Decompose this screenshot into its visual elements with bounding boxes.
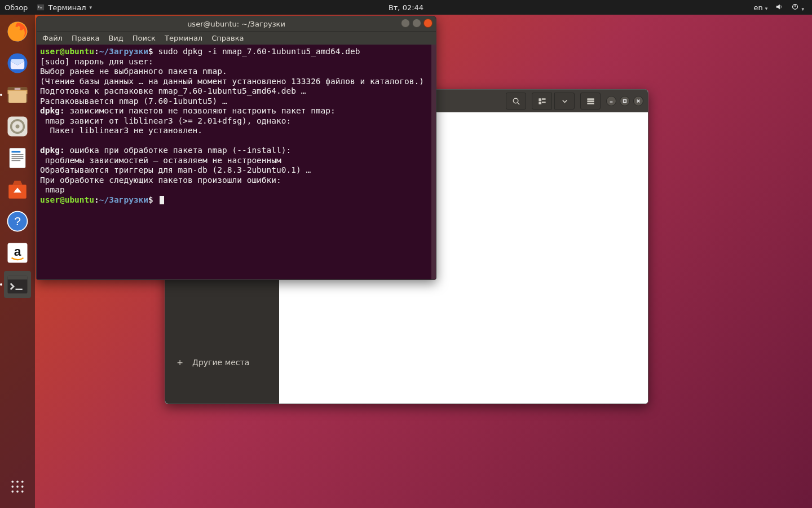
- terminal-scrollbar[interactable]: [431, 45, 436, 279]
- terminal-cursor: [160, 196, 164, 204]
- software-icon: [6, 178, 29, 202]
- files-maximize-button[interactable]: [620, 96, 630, 106]
- terminal-output-line: Распаковывается nmap (7.60-1ubuntu5) …: [40, 97, 227, 106]
- svg-point-28: [11, 485, 14, 488]
- maximize-icon: [623, 99, 627, 103]
- terminal-output-line: nmap: [40, 185, 65, 194]
- terminal-output-line: проблемы зависимостей — оставляем не нас…: [40, 156, 281, 165]
- files-icon: [6, 83, 29, 107]
- svg-rect-42: [624, 100, 626, 103]
- menu-help[interactable]: Справка: [211, 34, 244, 42]
- menu-view[interactable]: Вид: [108, 34, 123, 42]
- svg-point-30: [21, 485, 24, 488]
- terminal-output-line: При обработке следующих пакетов произошл…: [40, 176, 281, 185]
- terminal-icon: [6, 273, 29, 296]
- hamburger-icon: [586, 97, 595, 106]
- activities-button[interactable]: Обзор: [5, 3, 28, 12]
- top-app-name: Терминал: [48, 3, 86, 12]
- menu-terminal[interactable]: Терминал: [165, 34, 202, 42]
- svg-rect-13: [12, 154, 24, 155]
- svg-rect-36: [542, 98, 545, 99]
- help-icon: ?: [6, 209, 29, 233]
- writer-icon: [6, 146, 29, 170]
- terminal-titlebar[interactable]: user@ubuntu: ~/Загрузки: [37, 16, 436, 31]
- prompt-host: ubuntu: [65, 47, 94, 56]
- menu-file[interactable]: Файл: [42, 34, 63, 42]
- terminal-menubar: Файл Правка Вид Поиск Терминал Справка: [37, 31, 436, 45]
- svg-rect-35: [539, 98, 541, 100]
- sidebar-other-locations[interactable]: + Другие места: [165, 353, 279, 372]
- dock-thunderbird[interactable]: [4, 50, 31, 77]
- terminal-output-line: Обрабатываются триггеры для man-db (2.8.…: [40, 165, 311, 174]
- svg-rect-6: [8, 91, 27, 103]
- terminal-command-1: sudo dpkg -i nmap_7.60-1ubuntu5_amd64.de…: [158, 47, 360, 56]
- files-view-list-button[interactable]: [532, 93, 552, 110]
- terminal-title: user@ubuntu: ~/Загрузки: [187, 20, 285, 28]
- svg-point-10: [16, 125, 20, 129]
- amazon-icon: a: [6, 241, 29, 265]
- files-minimize-button[interactable]: [606, 96, 616, 106]
- terminal-body[interactable]: user@ubuntu:~/Загрузки$ sudo dpkg -i nma…: [37, 45, 436, 279]
- prompt-path: ~/Загрузки: [99, 47, 148, 56]
- terminal-output-line: nmap зависит от liblinear3 (>= 2.01+dfsg…: [40, 116, 291, 125]
- svg-rect-16: [12, 160, 21, 161]
- volume-icon[interactable]: [775, 3, 783, 12]
- show-applications-button[interactable]: [4, 473, 31, 500]
- search-icon: [512, 97, 520, 106]
- terminal-output-line: Выбор ранее не выбранного пакета nmap.: [40, 67, 227, 76]
- files-close-button[interactable]: [633, 96, 643, 106]
- svg-rect-14: [12, 156, 24, 157]
- terminal-output-line: [sudo] пароль для user:: [40, 57, 153, 66]
- svg-text:?: ?: [14, 214, 21, 227]
- chevron-down-icon: ▾: [90, 5, 92, 10]
- terminal-close-button[interactable]: [423, 19, 433, 28]
- plus-icon: +: [175, 358, 184, 367]
- svg-rect-12: [12, 151, 21, 153]
- keyboard-layout-indicator[interactable]: en ▾: [753, 3, 767, 12]
- dock-files[interactable]: [4, 81, 31, 108]
- sidebar-other-locations-label: Другие места: [192, 358, 249, 367]
- view-list-icon: [538, 97, 546, 106]
- terminal-icon: [37, 3, 45, 11]
- terminal-output-line: ошибка при обработке пакета nmap (--inst…: [65, 146, 292, 155]
- files-hamburger-button[interactable]: [580, 93, 601, 110]
- dock-software[interactable]: [4, 176, 31, 203]
- terminal-output-dpkg: dpkg:: [40, 106, 65, 115]
- prompt-host: ubuntu: [65, 195, 94, 204]
- svg-point-27: [21, 480, 24, 483]
- thunderbird-icon: [6, 51, 29, 75]
- menu-edit[interactable]: Правка: [72, 34, 99, 42]
- firefox-icon: [6, 20, 29, 43]
- svg-point-26: [16, 480, 19, 483]
- power-icon[interactable]: ▾: [791, 3, 804, 12]
- dock-firefox[interactable]: [4, 18, 31, 45]
- chevron-down-icon: [561, 97, 569, 106]
- svg-rect-15: [12, 158, 24, 159]
- terminal-window[interactable]: user@ubuntu: ~/Загрузки Файл Правка Вид …: [36, 16, 436, 280]
- svg-rect-38: [542, 102, 545, 102]
- minimize-icon: [609, 99, 614, 103]
- terminal-maximize-button[interactable]: [412, 19, 421, 28]
- dock-amazon[interactable]: a: [4, 239, 31, 266]
- top-app-menu[interactable]: Терминал ▾: [31, 3, 92, 12]
- files-view-dropdown-button[interactable]: [554, 93, 575, 110]
- dock-terminal[interactable]: [4, 271, 31, 298]
- svg-rect-39: [587, 98, 593, 99]
- dock-help[interactable]: ?: [4, 208, 31, 235]
- rhythmbox-icon: [6, 115, 29, 138]
- close-icon: [636, 99, 641, 103]
- svg-rect-40: [587, 100, 593, 102]
- terminal-output-line: (Чтение базы данных … на данный момент у…: [40, 77, 424, 86]
- terminal-output-line: Пакет liblinear3 не установлен.: [40, 126, 202, 135]
- top-panel: Обзор Терминал ▾ Вт, 02:44 en ▾ ▾: [0, 0, 812, 15]
- dock-rhythmbox[interactable]: [4, 113, 31, 140]
- files-search-button[interactable]: [506, 93, 526, 110]
- terminal-output-line: Подготовка к распаковке nmap_7.60-1ubunt…: [40, 86, 306, 95]
- terminal-minimize-button[interactable]: [401, 19, 410, 28]
- svg-point-33: [21, 491, 24, 493]
- svg-text:a: a: [14, 244, 21, 259]
- menu-search[interactable]: Поиск: [133, 34, 156, 42]
- apps-grid-icon: [9, 478, 26, 495]
- clock[interactable]: Вт, 02:44: [389, 3, 423, 12]
- dock-writer[interactable]: [4, 144, 31, 172]
